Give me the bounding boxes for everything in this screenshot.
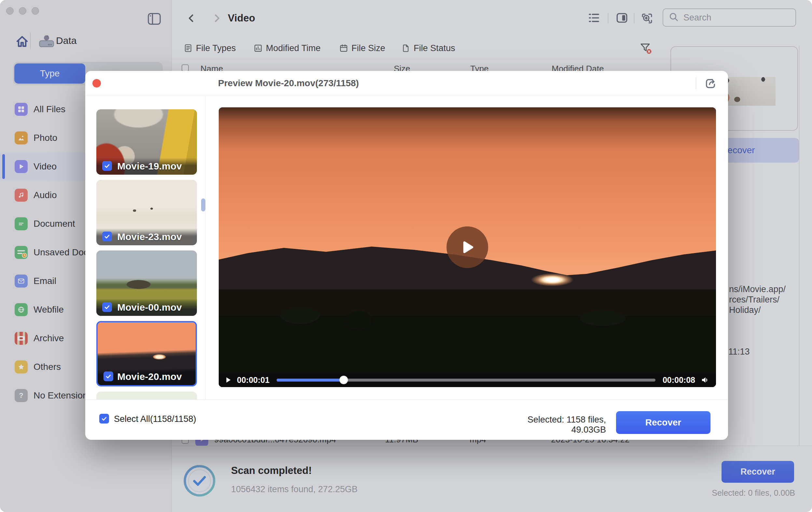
- thumbnail-checkbox[interactable]: [102, 161, 112, 171]
- thumbnail-name: Movie-23.mov: [112, 231, 187, 242]
- thumbnail-movie-00[interactable]: Movie-00.mov: [96, 250, 197, 316]
- thumbnail-movie-23[interactable]: Movie-23.mov: [96, 180, 197, 245]
- seek-handle[interactable]: [340, 376, 348, 384]
- thumbnail-scrollbar[interactable]: [201, 199, 205, 211]
- dialog-title: Preview Movie-20.mov(273/1158): [218, 78, 359, 88]
- recover-button[interactable]: Recover: [616, 411, 710, 434]
- export-icon[interactable]: [703, 76, 718, 92]
- thumbnail-name: Movie-00.mov: [112, 302, 187, 313]
- sun-glow: [531, 273, 574, 286]
- play-icon[interactable]: [224, 376, 232, 384]
- thumbnail-checkbox[interactable]: [104, 371, 113, 381]
- duration: 00:00:08: [663, 375, 695, 385]
- dialog-footer: Select All(1158/1158) Selected: 1158 fil…: [85, 399, 728, 440]
- select-all-label[interactable]: Select All(1158/1158): [114, 414, 196, 424]
- thumbnail-name: Movie-19.mov: [112, 161, 187, 172]
- thumbnail-image: [96, 392, 197, 399]
- thumbnail-partial[interactable]: [96, 392, 197, 399]
- play-button[interactable]: [446, 227, 488, 268]
- current-time: 00:00:01: [237, 375, 269, 385]
- seek-bar-fill: [277, 379, 344, 382]
- video-player[interactable]: 00:00:01 00:00:08: [219, 107, 716, 387]
- thumbnail-checkbox[interactable]: [102, 302, 112, 312]
- player-controls: 00:00:01 00:00:08: [219, 373, 716, 387]
- thumbnail-list: Movie-19.mov Movie-23.mov Movie-00.mov: [85, 96, 206, 399]
- seek-bar[interactable]: [277, 379, 656, 382]
- dialog-header: Preview Movie-20.mov(273/1158): [85, 71, 728, 96]
- volume-icon[interactable]: [700, 375, 710, 385]
- thumbnail-name: Movie-20.mov: [113, 371, 186, 382]
- selected-summary: Selected: 1158 files, 49.03GB: [495, 415, 606, 435]
- thumbnail-checkbox[interactable]: [102, 232, 112, 241]
- close-dialog-button[interactable]: [92, 79, 101, 88]
- app-window: Data Type All Files Photo Video Audio: [0, 0, 812, 512]
- thumbnail-movie-20-selected[interactable]: Movie-20.mov: [96, 321, 197, 386]
- divider: [696, 78, 696, 89]
- thumbnail-movie-19[interactable]: Movie-19.mov: [96, 109, 197, 175]
- select-all-checkbox[interactable]: [99, 414, 109, 424]
- preview-dialog: Preview Movie-20.mov(273/1158) Movie-19.…: [85, 71, 728, 440]
